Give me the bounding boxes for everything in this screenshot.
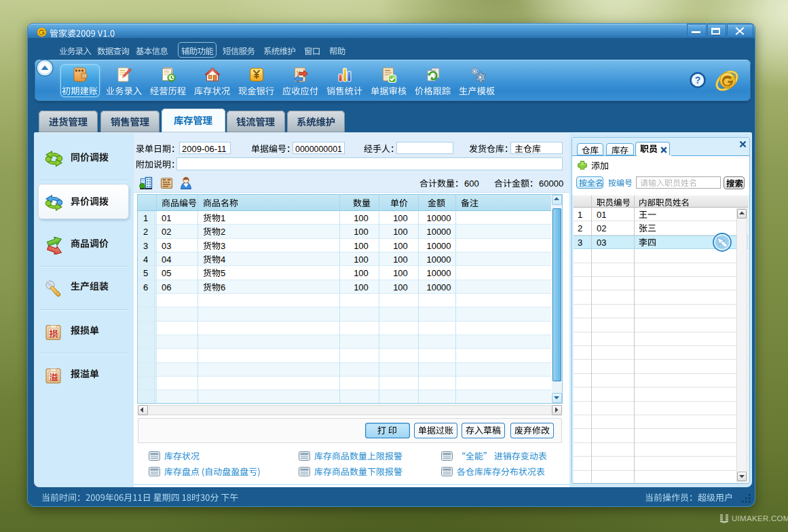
svg-text:?: ? (695, 75, 701, 86)
